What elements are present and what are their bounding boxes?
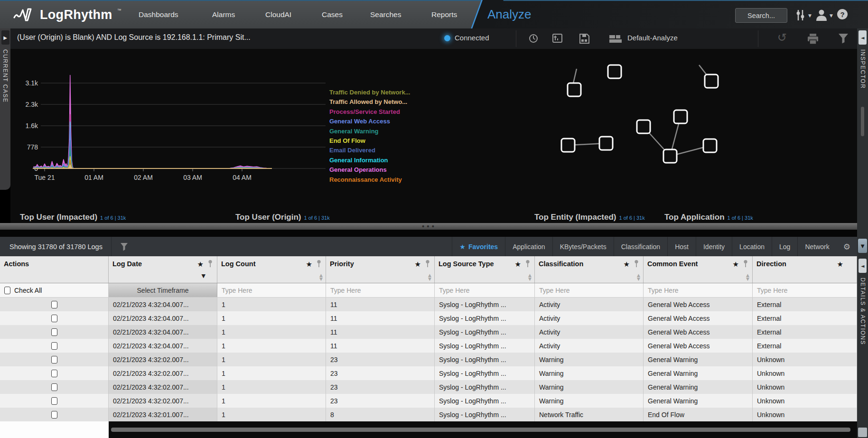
column-filter-input[interactable]: Type Here [326, 283, 435, 297]
user-caret-icon[interactable]: ▼ [830, 13, 833, 18]
log-row[interactable]: 02/21/2023 4:32:04.007...111Syslog - Log… [0, 298, 857, 311]
column-pin-icon[interactable] [208, 260, 213, 270]
column-favorite-star-icon[interactable]: ★ [624, 260, 630, 269]
log-row[interactable]: 02/21/2023 4:32:04.007...111Syslog - Log… [0, 325, 857, 339]
column-pin-icon[interactable] [634, 260, 639, 270]
column-header-log-source-type[interactable]: Log Source Type★▲▼ [435, 256, 535, 283]
sort-toggle-icon[interactable]: ▲▼ [428, 273, 431, 281]
graph-node[interactable] [703, 139, 717, 152]
add-widget-icon[interactable] [551, 33, 563, 46]
row-checkbox[interactable] [51, 342, 57, 350]
column-header-log-count[interactable]: Log Count★▲▼ [217, 256, 326, 283]
column-header-priority[interactable]: Priority★▲▼ [326, 256, 435, 283]
print-icon[interactable] [807, 33, 819, 47]
tab-location[interactable]: Location [732, 237, 772, 256]
sort-toggle-icon[interactable]: ▲▼ [528, 273, 532, 281]
nav-item-cloudai[interactable]: CloudAI [265, 10, 291, 19]
sort-toggle-icon[interactable]: ▲▼ [319, 273, 323, 281]
column-favorite-star-icon[interactable]: ★ [306, 260, 312, 269]
filter-icon[interactable] [838, 33, 849, 46]
column-favorite-star-icon[interactable]: ★ [837, 260, 843, 269]
sort-desc-icon[interactable]: ▼ [202, 272, 205, 280]
tab-application[interactable]: Application [505, 237, 552, 256]
search-button[interactable]: Search... [735, 8, 787, 23]
graph-node[interactable] [637, 120, 650, 133]
logrhythm-logo[interactable]: LogRhythm ™ [13, 7, 121, 24]
row-checkbox[interactable] [51, 315, 57, 322]
column-pin-icon[interactable] [525, 260, 530, 270]
undo-icon[interactable]: ↺ [777, 32, 787, 43]
column-header-common-event[interactable]: Common Event★▲▼ [644, 256, 753, 283]
tab-favorites[interactable]: ★Favorites [452, 237, 505, 256]
panel-resize-handle[interactable]: ••• [0, 223, 857, 230]
column-filter-input[interactable]: Type Here [535, 283, 644, 297]
column-favorite-star-icon[interactable]: ★ [415, 260, 421, 269]
logs-filter-icon[interactable] [120, 242, 128, 251]
row-checkbox[interactable] [51, 397, 57, 405]
row-checkbox[interactable] [51, 301, 57, 308]
save-layout-icon[interactable] [579, 33, 590, 46]
tab-network[interactable]: Network [797, 237, 836, 256]
graph-node[interactable] [705, 75, 718, 88]
check-all-checkbox[interactable] [4, 287, 10, 294]
graph-node[interactable] [568, 83, 581, 96]
column-favorite-star-icon[interactable]: ★ [515, 260, 521, 269]
log-row[interactable]: 02/21/2023 4:32:02.007...123Syslog - Log… [0, 394, 857, 408]
row-checkbox[interactable] [51, 383, 57, 391]
column-filter-input[interactable]: Type Here [753, 283, 857, 297]
column-header-log-date[interactable]: Log Date★▼ [109, 256, 217, 283]
column-filter-input[interactable]: Type Here [644, 283, 753, 297]
column-favorite-star-icon[interactable]: ★ [197, 260, 204, 269]
node-link-graph[interactable] [10, 49, 857, 223]
tab-log[interactable]: Log [772, 237, 797, 256]
tab-identity[interactable]: Identity [696, 237, 732, 256]
filter-settings-caret-icon[interactable]: ▼ [808, 13, 812, 18]
column-filter-input[interactable]: Type Here [217, 283, 326, 297]
graph-node[interactable] [663, 149, 677, 163]
column-favorite-star-icon[interactable]: ★ [733, 260, 739, 269]
log-row[interactable]: 02/21/2023 4:32:04.007...111Syslog - Log… [0, 311, 857, 325]
current-case-label[interactable]: CURRENT CASE [2, 49, 9, 103]
inspector-scrollbar-thumb[interactable] [861, 107, 864, 136]
tab-classification[interactable]: Classification [614, 237, 667, 256]
log-row[interactable]: 02/21/2023 4:32:02.007...123Syslog - Log… [0, 380, 857, 394]
user-profile-icon[interactable] [815, 9, 828, 23]
sort-toggle-icon[interactable]: ▲▼ [637, 273, 640, 281]
expand-current-case-button[interactable]: ▶ [1, 30, 9, 45]
inspector-label[interactable]: INSPECTOR [859, 49, 866, 89]
column-header-direction[interactable]: Direction★ [753, 256, 857, 283]
layout-icon[interactable] [609, 35, 623, 43]
graph-node[interactable] [608, 65, 621, 78]
graph-node[interactable] [674, 110, 687, 123]
tab-host[interactable]: Host [667, 237, 696, 256]
nav-item-searches[interactable]: Searches [370, 10, 401, 19]
graph-node[interactable] [599, 137, 613, 150]
nav-item-cases[interactable]: Cases [322, 10, 343, 19]
row-checkbox[interactable] [51, 411, 57, 419]
log-row[interactable]: 02/21/2023 4:32:04.007...111Syslog - Log… [0, 339, 857, 353]
row-checkbox[interactable] [51, 370, 57, 377]
horizontal-scrollbar-thumb[interactable] [111, 428, 850, 432]
grid-settings-gear-icon[interactable]: ⚙ [837, 242, 857, 252]
time-range-icon[interactable] [528, 33, 539, 46]
sort-toggle-icon[interactable]: ▲▼ [746, 273, 749, 281]
log-row[interactable]: 02/21/2023 4:32:02.007...123Syslog - Log… [0, 353, 857, 366]
column-pin-icon[interactable] [743, 260, 748, 270]
layout-name[interactable]: Default-Analyze [627, 34, 678, 42]
column-pin-icon[interactable] [317, 260, 321, 270]
row-checkbox[interactable] [51, 328, 57, 336]
log-row[interactable]: 02/21/2023 4:32:02.007...123Syslog - Log… [0, 366, 857, 380]
nav-item-dashboards[interactable]: Dashboards [139, 10, 178, 19]
nav-item-reports[interactable]: Reports [431, 10, 457, 19]
collapse-tabstrip-button[interactable]: ▼ [858, 239, 867, 253]
log-row[interactable]: 02/21/2023 4:32:01.007...18Syslog - LogR… [0, 408, 857, 421]
collapse-inspector-button[interactable]: ◄ [859, 30, 867, 45]
help-icon[interactable]: ? [837, 9, 848, 19]
column-pin-icon[interactable] [425, 260, 430, 270]
select-timeframe-button[interactable]: Select Timeframe [109, 283, 217, 297]
filter-settings-icon[interactable] [795, 9, 806, 23]
details-actions-label[interactable]: DETAILS & ACTIONS [859, 278, 866, 345]
graph-node[interactable] [561, 139, 575, 152]
column-header-classification[interactable]: Classification★▲▼ [535, 256, 644, 283]
tab-analyze[interactable]: Analyze [487, 7, 532, 22]
